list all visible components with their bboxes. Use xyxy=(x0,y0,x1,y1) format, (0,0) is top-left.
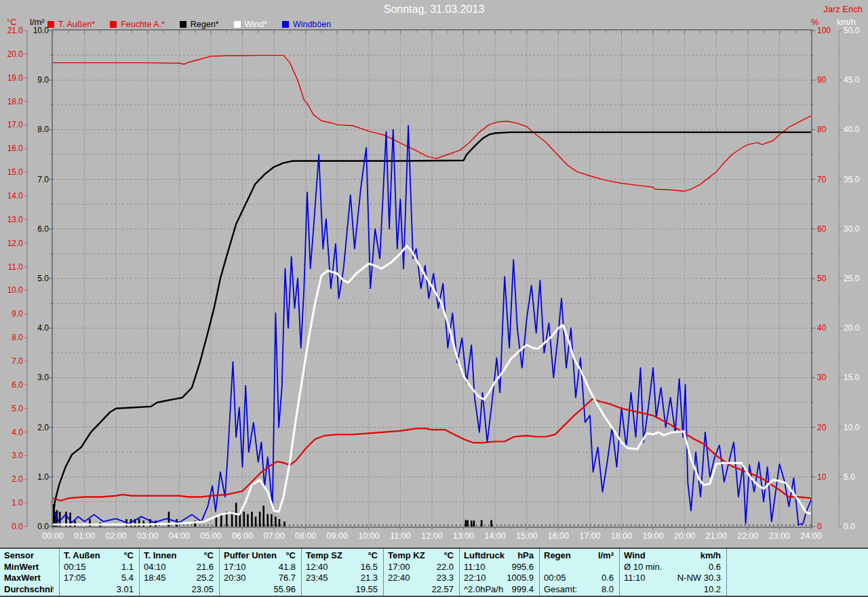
temp-axis-tick-label: 15.0 xyxy=(7,167,24,177)
axis-unit-wind: km/h xyxy=(837,17,856,27)
cell-text-left: Durchschnitt xyxy=(4,584,54,596)
cell-text-left: MinWert xyxy=(4,562,39,573)
watermark-author: Jarz Erich xyxy=(823,4,863,14)
table-cell: 23:4521.3 xyxy=(302,573,383,584)
x-axis-label: 24:00 xyxy=(800,531,821,541)
cell-text-left: Wind xyxy=(624,550,646,562)
cell-text-right: 995.6 xyxy=(511,562,534,573)
cell-text-left: Puffer Unten xyxy=(224,550,277,562)
x-axis-label: 09:00 xyxy=(327,531,348,541)
table-cell: 17:055.4 xyxy=(60,573,139,584)
cell-text-right: 23.05 xyxy=(191,584,214,596)
table-cell xyxy=(540,562,619,573)
statistics-table: SensorMinWertMaxWertDurchschnittT. Außen… xyxy=(0,548,868,597)
cell-text-right: °C xyxy=(285,550,296,562)
table-column-t-au-en: T. Außen°C00:151.117:055.43.01 xyxy=(60,549,140,596)
cell-text-right: 8.0 xyxy=(601,584,614,596)
cell-text-left: ^2.0hPa/h xyxy=(464,584,503,596)
table-cell: Temp KZ°C xyxy=(384,550,459,562)
cell-text-left: 00:15 xyxy=(64,562,86,573)
humidity-axis-tick-label: 20 xyxy=(817,423,827,432)
axis-unit-rain: l/m² xyxy=(30,17,45,27)
x-axis-label: 05:00 xyxy=(200,531,221,541)
cell-text-left: 20:30 xyxy=(224,573,246,584)
humidity-axis-tick-label: 90 xyxy=(817,75,827,85)
table-cell: 12:4016.5 xyxy=(302,562,383,573)
table-cell: 22:101005.9 xyxy=(460,573,539,584)
legend-item-feuchte-a-: Feuchte A.* xyxy=(110,20,165,29)
wind-axis-tick-label: 35.0 xyxy=(844,175,860,184)
cell-text-right: °C xyxy=(368,550,378,562)
temp-axis-tick-label: 17.0 xyxy=(7,120,24,129)
table-cell: MaxWert xyxy=(0,573,59,584)
temp-axis-tick-label: 18.0 xyxy=(7,97,24,106)
cell-text-left: Temp KZ xyxy=(388,550,425,562)
cell-text-right: 19.55 xyxy=(355,584,378,596)
humidity-axis-tick-label: 60 xyxy=(817,224,827,234)
cell-text-right: 5.4 xyxy=(121,573,134,584)
table-cell: Sensor xyxy=(0,550,59,562)
legend-label: Feuchte A.* xyxy=(121,20,165,29)
cell-text-right: 16.5 xyxy=(361,562,378,573)
axis-unit-temp: °C xyxy=(7,17,17,27)
wind-axis-tick-label: 30.0 xyxy=(844,224,860,234)
temp-axis-tick-label: 11.0 xyxy=(8,262,24,272)
table-cell: 22:4023.3 xyxy=(384,573,459,584)
cell-text-left: 00:05 xyxy=(544,573,566,584)
table-cell: Windkm/h xyxy=(620,550,726,562)
cell-text-left: 17:05 xyxy=(64,573,86,584)
table-cell: 17:1041.8 xyxy=(220,562,301,573)
x-axis-label: 23:00 xyxy=(769,531,790,541)
legend-item-windb-en: Windböen xyxy=(282,20,331,29)
cell-text-left: 17:00 xyxy=(388,562,410,573)
legend-swatch-icon xyxy=(282,21,289,28)
table-cell: 04:1021.6 xyxy=(140,562,219,573)
table-column-puffer-unten: Puffer Unten°C17:1041.820:3076.755.96 xyxy=(220,549,302,596)
cell-text-left: 17:10 xyxy=(224,562,246,573)
cell-text-right: 41.8 xyxy=(279,562,296,573)
humidity-axis-tick-label: 100 xyxy=(817,26,831,35)
wind-axis-tick-label: 45.0 xyxy=(844,75,860,85)
cell-text-right: 55.96 xyxy=(273,584,296,596)
table-cell: MinWert xyxy=(0,562,59,573)
cell-text-right: °C xyxy=(203,550,214,562)
table-cell: 18:4525.2 xyxy=(140,573,219,584)
cell-text-right: °C xyxy=(443,550,454,562)
cell-text-right: hPa xyxy=(517,550,534,562)
legend-item-regen-: Regen* xyxy=(180,20,219,29)
cell-text-left: Regen xyxy=(544,550,571,562)
table-column-filler xyxy=(727,549,868,596)
weather-chart-window: 00:0001:0002:0003:0004:0005:0006:0007:00… xyxy=(0,0,868,597)
table-cell: 19.55 xyxy=(302,584,383,596)
legend-item-t-au-en-: T. Außen* xyxy=(47,20,95,29)
cell-text-right: 23.3 xyxy=(437,573,454,584)
wind-axis-tick-label: 15.0 xyxy=(844,373,860,382)
cell-text-right: 22.0 xyxy=(437,562,454,573)
table-cell: 10.2 xyxy=(620,584,726,596)
rain-axis-tick-label: 2.0 xyxy=(37,423,49,432)
temp-axis-tick-label: 10.0 xyxy=(7,285,24,295)
cell-text-right: 76.7 xyxy=(279,573,296,584)
table-cell: 23.05 xyxy=(140,584,219,596)
cell-text-right: 21.3 xyxy=(361,573,378,584)
cell-text-left: Temp SZ xyxy=(306,550,342,562)
cell-text-right: °C xyxy=(123,550,134,562)
cell-text-right: l/m² xyxy=(598,550,614,562)
table-cell: 00:151.1 xyxy=(60,562,139,573)
temp-axis-tick-label: 7.0 xyxy=(12,356,23,366)
chart-plot-area: 00:0001:0002:0003:0004:0005:0006:0007:00… xyxy=(0,0,868,548)
x-axis-label: 08:00 xyxy=(295,531,316,541)
temp-axis-tick-label: 16.0 xyxy=(7,144,24,153)
cell-text-right: 999.4 xyxy=(511,584,534,596)
x-axis-label: 21:00 xyxy=(706,531,727,541)
legend-label: Windböen xyxy=(293,20,331,29)
wind-axis-tick-label: 0.0 xyxy=(844,522,855,531)
x-axis-label: 17:00 xyxy=(579,531,600,541)
rain-axis-tick-label: 5.0 xyxy=(37,274,49,283)
cell-text-left: Gesamt: xyxy=(544,584,577,596)
temp-axis-tick-label: 14.0 xyxy=(7,191,24,201)
humidity-axis-tick-label: 30 xyxy=(817,373,827,382)
temp-axis-tick-label: 3.0 xyxy=(12,451,23,460)
cell-text-right: km/h xyxy=(701,550,721,562)
table-cell: T. Innen°C xyxy=(140,550,219,562)
